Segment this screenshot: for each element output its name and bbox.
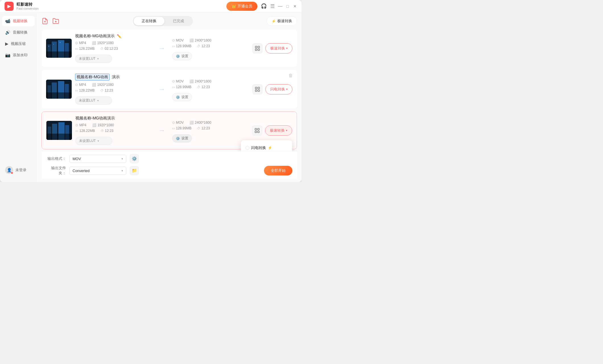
format-icon-1: ⊙ — [75, 41, 78, 45]
format-select[interactable]: MOV ▾ — [69, 155, 126, 163]
settings-icon-3: ⚙️ — [176, 136, 180, 140]
size-icon-1: ▭ — [75, 47, 78, 51]
support-icon[interactable]: 🎧 — [261, 3, 267, 9]
video-title-row-2: 视频名称-MG动画 演示 — [75, 74, 152, 80]
card-settings-btn-1[interactable] — [252, 43, 263, 53]
svg-rect-26 — [258, 90, 260, 91]
bottom-row-format: 输出格式： MOV ▾ ⚙️ — [46, 154, 292, 163]
card-actions-1: 极速转换 ▾ — [252, 43, 292, 53]
format-settings-btn[interactable]: ⚙️ — [130, 154, 139, 163]
card-settings-btn-2[interactable] — [252, 84, 263, 94]
dst-duration-icon-1: ⏱ — [197, 44, 200, 48]
dst-format-1: ⊙ MOV — [172, 38, 184, 42]
maximize-button[interactable]: □ — [286, 4, 290, 8]
dst-duration-3: ⏱ 12:23 — [197, 126, 210, 130]
folder-browse-btn[interactable]: 📁 — [130, 166, 139, 175]
avatar-dot — [11, 172, 13, 174]
main-layout: 📹 视频转换 🔊 音频转换 ▶ 视频压缩 📷 添加水印 👤 — [0, 13, 302, 182]
video-card-2-row: ▶ 视频名称-MG动画 演示 ⊙ MP4 — [46, 74, 292, 105]
settings-button-1[interactable]: ⚙️ 设置 — [172, 52, 192, 60]
add-file-icon — [42, 18, 48, 24]
close-button[interactable]: ✕ — [293, 4, 297, 8]
arrow-1: → — [156, 45, 169, 52]
convert-btn-2[interactable]: 闪电转换 ▾ — [265, 84, 292, 94]
settings-button-3[interactable]: ⚙️ 设置 — [172, 134, 192, 142]
minimize-button[interactable]: — — [278, 4, 282, 8]
dst-size-1: ▭ 128.99MB — [172, 44, 192, 48]
add-file-button[interactable] — [42, 18, 48, 24]
folder-icon: 📁 — [132, 168, 137, 173]
lut-row-3: 未设置LUT ▾ — [75, 137, 152, 145]
meta-row-1-src: ⊙ MP4 ⬜ 1920*1080 — [75, 41, 152, 45]
convert-btn-3[interactable]: 极速转换 ▾ — [265, 125, 292, 136]
video-info-2: 视频名称-MG动画 演示 ⊙ MP4 ⬜ 1920*1080 — [75, 74, 152, 105]
convert-btn-3-wrapper: 极速转换 ▾ 闪电转换 ⚡ — [265, 125, 292, 136]
convert-btn-1[interactable]: 极速转换 ▾ — [265, 43, 292, 53]
svg-rect-11 — [53, 44, 54, 45]
meta-row-3-src2: ▭ 128.22MB ⏱ 12:23 — [75, 129, 152, 133]
src-format-1: ⊙ MP4 — [75, 41, 86, 45]
video-thumb-1 — [46, 39, 72, 58]
duration-icon-1: ⏱ — [100, 47, 104, 50]
tabs-container: 正在转换 已完成 — [133, 16, 193, 26]
svg-rect-24 — [255, 90, 257, 91]
dst-duration-1: ⏱ 12:23 — [197, 44, 210, 48]
svg-rect-13 — [255, 46, 257, 48]
video-thumb-3 — [46, 121, 72, 140]
title-bar: ▶ 旺影速转 Fast conversion 👑 开通会员 🎧 ☰ — □ ✕ — [0, 0, 302, 13]
src-format-2: ⊙ MP4 — [75, 83, 86, 87]
video-title-editing-2[interactable]: 视频名称-MG动画 — [75, 74, 110, 80]
svg-rect-25 — [258, 87, 260, 89]
lut-select-1[interactable]: 未设置LUT ▾ — [75, 55, 112, 63]
user-avatar: 👤 — [5, 166, 13, 174]
sidebar-item-video-convert[interactable]: 📹 视频转换 — [2, 16, 35, 26]
tab-done[interactable]: 已完成 — [165, 17, 192, 25]
format-label: 输出格式： — [46, 156, 66, 161]
format-settings-icon: ⚙️ — [132, 156, 137, 161]
settings-button-2[interactable]: ⚙️ 设置 — [172, 93, 192, 101]
video-convert-icon: 📹 — [5, 18, 11, 24]
lut-select-2[interactable]: 未设置LUT ▾ — [75, 96, 112, 105]
flash-icon: ⚡ — [268, 146, 272, 150]
add-folder-button[interactable] — [52, 18, 59, 24]
title-bar-right: 👑 开通会员 🎧 ☰ — □ ✕ — [226, 2, 297, 11]
lut-select-3[interactable]: 未设置LUT ▾ — [75, 137, 112, 145]
meta-row-1-dst: ⊙ MOV ⬜ 2400*1600 — [172, 38, 249, 42]
output-info-1: ⊙ MOV ⬜ 2400*1600 ▭ — [172, 36, 249, 60]
speed-convert-button[interactable]: ⚡ 极速转换 — [267, 16, 297, 26]
dst-size-3: ▭ 128.99MB — [172, 126, 192, 130]
bottom-row-folder: 输出文件夹： Converted ▾ 📁 全部开始 — [46, 166, 292, 176]
vip-button[interactable]: 👑 开通会员 — [226, 2, 257, 11]
start-all-button[interactable]: 全部开始 — [264, 166, 292, 175]
settings-row-2: ⚙️ 设置 — [172, 93, 249, 101]
radio-flash — [245, 146, 249, 150]
sidebar: 📹 视频转换 🔊 音频转换 ▶ 视频压缩 📷 添加水印 👤 — [0, 13, 37, 182]
sidebar-item-video-compress[interactable]: ▶ 视频压缩 — [2, 39, 35, 49]
bottom-bar: 输出格式： MOV ▾ ⚙️ 输出文件夹： Converted ▾ — [42, 151, 297, 179]
tab-converting[interactable]: 正在转换 — [134, 17, 164, 25]
svg-rect-33 — [255, 128, 257, 130]
card-settings-btn-3[interactable] — [252, 125, 262, 136]
edit-title-icon-1[interactable]: ✏️ — [117, 34, 121, 38]
svg-rect-35 — [258, 128, 259, 130]
folder-select[interactable]: Converted ▾ — [69, 167, 126, 175]
crown-icon: 👑 — [232, 4, 236, 8]
video-card-3-row: 视频名称-MG动画演示 ⊙ MP4 ⬜ 1920*1080 — [46, 116, 292, 145]
video-title-3: 视频名称-MG动画演示 — [75, 116, 115, 121]
video-thumb-2: ▶ — [46, 80, 72, 99]
sidebar-item-add-watermark[interactable]: 📷 添加水印 — [2, 50, 35, 60]
add-folder-icon — [52, 18, 59, 24]
meta-row-2-src: ⊙ MP4 ⬜ 1920*1080 — [75, 83, 152, 87]
meta-row-1-dst2: ▭ 128.99MB ⏱ 12:23 — [172, 44, 249, 48]
svg-rect-32 — [46, 134, 72, 140]
user-area[interactable]: 👤 未登录 — [2, 164, 35, 176]
resolution-icon-1: ⬜ — [92, 41, 96, 45]
audio-convert-icon: 🔊 — [5, 30, 11, 35]
dropdown-option-flash[interactable]: 闪电转换 ⚡ 提速70%画质轻微损耗 — [241, 142, 292, 151]
menu-icon[interactable]: ☰ — [270, 3, 275, 9]
video-title-row-3: 视频名称-MG动画演示 — [75, 116, 152, 121]
video-compress-icon: ▶ — [5, 41, 9, 46]
sidebar-item-audio-convert[interactable]: 🔊 音频转换 — [2, 27, 35, 38]
sidebar-item-label-video-convert: 视频转换 — [13, 18, 28, 24]
settings-row-1: ⚙️ 设置 — [172, 52, 249, 60]
